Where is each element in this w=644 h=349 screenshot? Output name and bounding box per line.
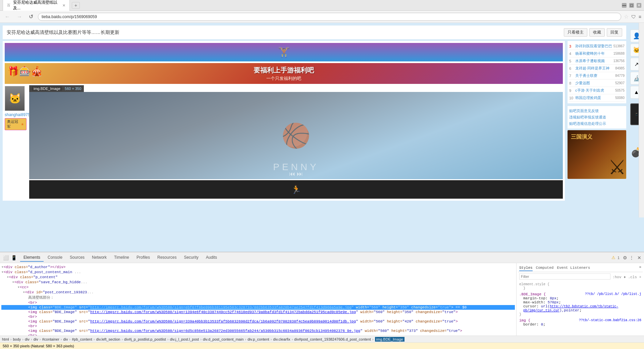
devtools-tab-elements[interactable]: Elements (20, 254, 44, 262)
ranking-item-6[interactable]: 6 龙祥超·同样是界王神 84985 (569, 65, 625, 72)
breadcrumb-sep-3: › (31, 337, 32, 341)
ranking-item-8[interactable]: 8 少量远图 52907 (569, 80, 625, 87)
breadcrumb-div-2[interactable]: div (34, 337, 38, 341)
devtools-close-button[interactable]: ✕ (637, 255, 641, 260)
html-line-selected[interactable]: <img class="BDE_Image" src="http://imgsr… (1, 305, 515, 310)
user-avatar: 🐱 (5, 86, 25, 111)
tab-computed[interactable]: Computed (536, 265, 554, 271)
styles-filter-input[interactable] (519, 273, 610, 280)
devtools-tab-security[interactable]: Security (180, 254, 202, 262)
player-silhouette: 🏀 (281, 122, 311, 149)
elements-panel[interactable]: ▾<div class="d_author"></div> ▾<div clas… (0, 263, 517, 336)
tab-event-listeners[interactable]: Event Listeners (557, 265, 590, 271)
vertical-scrollbar[interactable] (639, 23, 644, 217)
ranking-item-9[interactable]: 9 c手游·关于剑齿虎 50575 (569, 87, 625, 94)
bde-close-brace: } (519, 312, 641, 316)
reload-button[interactable]: ↺ (27, 13, 35, 20)
element-style-body: } (519, 286, 641, 290)
devtools-tab-sources[interactable]: Sources (66, 254, 88, 262)
maximize-button[interactable]: □ (629, 3, 634, 8)
tab-close-button[interactable]: ✕ (62, 3, 65, 8)
device-mode-icon[interactable]: 📱 (11, 255, 17, 261)
rank-number-6: 6 (569, 66, 575, 70)
new-tab-button[interactable]: + (72, 2, 80, 9)
nav-bar: ← → ↺ tieba.baidu.com/p/1569069059 ☆ 🛡 ≡ (0, 11, 644, 23)
ranking-item-10[interactable]: 10 韩国总理捡鸡蛋 50080 (569, 94, 625, 102)
inspect-element-icon[interactable]: ⬜ (3, 255, 9, 261)
window-controls: — □ ✕ (622, 3, 641, 8)
banner-advertisement[interactable]: 🎁🎰🎪 要福利上手游福利吧 一个只发福利的吧 (5, 63, 563, 84)
pixel-info-text: 560 × 350 pixels (Natural: 580 × 363 pix… (3, 344, 74, 348)
devtools-tab-timeline[interactable]: Timeline (111, 254, 132, 262)
back-button[interactable]: ← (3, 13, 12, 20)
devtools-tab-resources[interactable]: Resources (154, 254, 180, 262)
username[interactable]: shanghai89757 (5, 112, 26, 117)
devtools-tab-network[interactable]: Network (89, 254, 110, 262)
rank-title-10: 韩国总理捡鸡蛋 (575, 95, 615, 100)
bde-image-source-link[interactable]: ??tb/ /pb/list.b/ /pb/list.j (585, 292, 641, 296)
html-line-7: 高清壁纸部分： (1, 295, 515, 300)
menu-icon[interactable]: ≡ (639, 14, 641, 19)
banner-icons: 🎁🎰🎪 (7, 66, 43, 77)
image-controls: ⏮ ⏭ (289, 170, 303, 178)
breadcrumb-html[interactable]: html (2, 337, 9, 341)
devtools-icons: ⬜ 📱 (3, 255, 17, 261)
styles-more-icon[interactable]: » (639, 265, 641, 271)
ranking-item-7[interactable]: 7 关于勇士联赛 84779 (569, 72, 625, 80)
devtools-settings-icon[interactable]: ⚙ (623, 255, 627, 260)
tab-title: 安芬尼哈达威高清壁纸以及... (13, 0, 60, 11)
bookmark-star-icon[interactable]: ☆ (624, 13, 629, 20)
star-icon: ★ (21, 122, 24, 127)
collect-button[interactable]: 收藏 (589, 28, 605, 37)
breadcrumb-l-post[interactable]: div.j_l_post.l_post (170, 337, 199, 341)
breadcrumb-container[interactable]: #container (42, 337, 59, 341)
rank-count-6: 84985 (615, 66, 625, 70)
ranking-item-4[interactable]: 4 杨幂和蜜蜂的十年 158688 (569, 50, 625, 57)
breadcrumb-div-3[interactable]: div (63, 337, 68, 341)
devtools-tab-audits[interactable]: Audits (203, 254, 220, 262)
tieba-center: 安芬尼哈达威高清壁纸以及比赛图片等等……长期更新 只看楼主 收藏 回复 (0, 23, 629, 217)
violation-link[interactable]: 贴吧违规信息处理公示 (569, 120, 625, 127)
ranking-list: 3 孙祥到医院看望娶巴巴 513867 4 杨幂和蜜蜂的十年 158688 (569, 43, 625, 102)
shield-icon[interactable]: 🛡 (631, 14, 636, 19)
html-line-3: ▾<div class="p_content" (1, 275, 515, 280)
breadcrumb-div-1[interactable]: div (25, 337, 30, 341)
html-line-15: <br> (1, 333, 515, 336)
main-post-image: 🏀 PENNY ⏮ ⏭ (29, 92, 563, 179)
second-post-image: 🏃 (29, 180, 563, 199)
forward-button[interactable]: → (15, 13, 24, 20)
owner-only-button[interactable]: 只看楼主 (564, 28, 587, 37)
game-advertisement[interactable]: ⚔ 三国演义 (568, 130, 626, 179)
ranking-box: 3 孙祥到医院看望娶巴巴 513867 4 杨幂和蜜蜂的十年 158688 (568, 41, 626, 103)
breadcrumb-bar: html › body › div › div › #container › d… (0, 336, 644, 342)
close-button[interactable]: ✕ (637, 3, 641, 8)
breadcrumb-sep-7: › (94, 337, 95, 341)
breadcrumb-clearfix[interactable]: div.clearfix (273, 337, 290, 341)
page-content: 安芬尼哈达威高清壁纸以及比赛图片等等……长期更新 只看楼主 收藏 回复 (0, 23, 644, 252)
img-source-link[interactable]: ??tb/-static-com.babf21a.css:26 (579, 318, 641, 322)
breadcrumb-body[interactable]: body (13, 337, 21, 341)
devtools-dock-icon[interactable]: ⋮ (629, 255, 634, 260)
tab-styles[interactable]: Styles (519, 265, 533, 271)
rank-count-5: 136756 (613, 59, 625, 63)
reply-button[interactable]: 回复 (607, 28, 622, 37)
breadcrumb-p-content[interactable]: div.p_content (248, 337, 269, 341)
sidebar-links: 贴吧页面意见反馈 违规贴吧举报反馈通道 贴吧违规信息处理公示 (568, 106, 626, 129)
breadcrumb-post-content[interactable]: div#post_content_1938247606.d_post_conte… (294, 337, 371, 341)
breadcrumb-pb-content[interactable]: #pb_content (72, 337, 92, 341)
breadcrumb-img-bde[interactable]: img.BDE_Image (375, 337, 405, 342)
report-link[interactable]: 违规贴吧举报反馈通道 (569, 114, 625, 120)
breadcrumb-post-content-main[interactable]: div.d_post_content_main (203, 337, 244, 341)
minimize-button[interactable]: — (622, 3, 627, 8)
devtools-tab-profiles[interactable]: Profiles (133, 254, 153, 262)
ranking-item-5[interactable]: 5 水原希子遭歇视频 136756 (569, 57, 625, 65)
feedback-link[interactable]: 贴吧页面意见反馈 (569, 108, 625, 114)
ranking-item-3[interactable]: 3 孙祥到医院看望娶巴巴 513867 (569, 43, 625, 50)
breadcrumb-sep-8: › (121, 337, 123, 341)
devtools-tab-console[interactable]: Console (44, 254, 66, 262)
breadcrumb-left-section[interactable]: div.left_section (96, 337, 120, 341)
breadcrumb-postlist[interactable]: div#j_p_postlist.p_postlist (124, 337, 166, 341)
devtools-panel: ⬜ 📱 Elements Console Sources Network Tim… (0, 252, 644, 349)
element-style-header: element.style { (519, 283, 549, 286)
address-bar[interactable]: tieba.baidu.com/p/1569069059 (38, 13, 621, 21)
